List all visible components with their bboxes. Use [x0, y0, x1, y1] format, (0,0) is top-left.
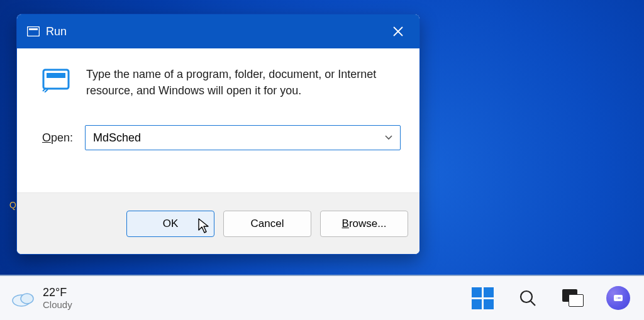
taskbar-icons: [470, 286, 630, 310]
svg-rect-5: [47, 73, 65, 78]
close-button[interactable]: [383, 19, 413, 44]
svg-point-8: [521, 291, 532, 302]
task-view-icon: [562, 289, 584, 307]
run-title-icon: [27, 26, 40, 36]
cancel-button-label: Cancel: [251, 218, 284, 230]
dialog-title: Run: [46, 25, 67, 38]
svg-point-11: [616, 297, 616, 298]
weather-temperature: 22°F: [43, 286, 72, 299]
open-label: Open:: [42, 131, 77, 145]
weather-text: 22°F Cloudy: [43, 286, 72, 310]
browse-button[interactable]: Browse...: [320, 211, 408, 237]
chat-icon: [606, 286, 630, 310]
windows-logo-icon: [472, 287, 494, 309]
search-button[interactable]: [516, 286, 540, 310]
weather-icon: [10, 288, 35, 308]
taskbar: 22°F Cloudy: [0, 275, 644, 320]
svg-rect-0: [28, 27, 40, 36]
search-icon: [518, 289, 537, 307]
cursor-icon: [197, 218, 210, 237]
chevron-down-icon[interactable]: [382, 133, 395, 142]
open-input[interactable]: [93, 131, 382, 145]
ok-button[interactable]: OK: [126, 211, 214, 237]
browse-button-label: Browse...: [342, 218, 387, 230]
task-view-button[interactable]: [561, 286, 585, 310]
close-icon: [392, 26, 404, 37]
run-dialog: Run Type the name of a program, folder, …: [16, 14, 420, 255]
chat-button[interactable]: [606, 286, 630, 310]
titlebar[interactable]: Run: [17, 14, 419, 48]
start-button[interactable]: [470, 286, 494, 310]
svg-point-7: [21, 294, 33, 304]
svg-rect-1: [29, 28, 38, 30]
open-combobox[interactable]: [85, 125, 401, 150]
weather-widget[interactable]: 22°F Cloudy: [10, 286, 72, 310]
svg-line-9: [531, 301, 535, 306]
ok-button-label: OK: [163, 218, 179, 230]
desktop-glyph: Q: [9, 200, 16, 210]
dialog-description: Type the name of a program, folder, docu…: [86, 66, 401, 99]
cancel-button[interactable]: Cancel: [223, 211, 311, 237]
weather-condition: Cloudy: [43, 299, 72, 310]
svg-rect-4: [43, 70, 69, 89]
run-program-icon: [42, 67, 72, 99]
dialog-body: Type the name of a program, folder, docu…: [17, 48, 419, 192]
dialog-footer: OK Cancel Browse...: [17, 192, 419, 254]
